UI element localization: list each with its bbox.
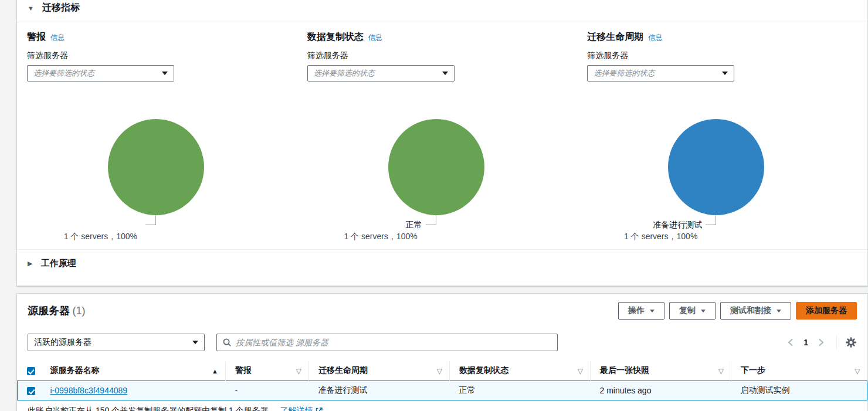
filter-servers-label: 筛选服务器: [27, 50, 307, 61]
pie-callout-line: [426, 225, 436, 225]
table-row: i-0998bf8c3f4944089 - 准备进行测试 正常 2 minute…: [18, 381, 867, 400]
sortable-icon: ▽: [296, 367, 301, 375]
source-servers-heading: 源服务器 (1): [28, 304, 85, 318]
pie-callout-line: [706, 225, 716, 225]
chevron-down-icon: [701, 310, 706, 313]
migration-metrics-section: ▼ 迁移指标 警报 信息 筛选服务器 选择要筛选的状态 1 个 servers，…: [16, 0, 868, 286]
metrics-section-toggle[interactable]: ▼ 迁移指标: [17, 0, 867, 22]
metrics-panels: 警报 信息 筛选服务器 选择要筛选的状态 1 个 servers，100%: [17, 22, 867, 249]
alerts-panel-title: 警报: [27, 31, 46, 43]
chevron-down-icon: [650, 310, 655, 313]
divider: [836, 335, 837, 350]
server-search-input[interactable]: [236, 338, 552, 347]
lifecycle-pie-slice: [668, 119, 764, 215]
replication-panel: 数据复制状态 信息 筛选服务器 选择要筛选的状态 正常 1 个 servers，…: [307, 31, 588, 249]
cell-last-snapshot: 2 minutes ago: [591, 381, 731, 400]
learn-more-link[interactable]: 了解详情: [280, 406, 323, 411]
source-servers-section: 源服务器 (1) 操作 复制 测试和割接 添加服务器 活跃的源服务器: [16, 293, 868, 411]
source-servers-table: 源服务器名称 ▲ 警报 ▽ 迁移生命周期 ▽ 数据复制状态 ▽ 最后一张快照: [17, 362, 867, 400]
actions-button[interactable]: 操作: [618, 302, 664, 320]
replication-status-filter-select[interactable]: 选择要筛选的状态: [307, 65, 455, 81]
sortable-icon: ▽: [855, 367, 860, 375]
replication-pie-slice: [388, 119, 484, 215]
chevron-down-icon: [777, 310, 781, 313]
table-settings-button[interactable]: [845, 337, 857, 348]
chevron-down-icon: [442, 72, 448, 75]
column-header-lifecycle[interactable]: 迁移生命周期 ▽: [309, 362, 450, 381]
chevron-down-icon: [192, 341, 198, 344]
gear-icon: [845, 337, 857, 348]
filter-servers-label: 筛选服务器: [587, 50, 867, 61]
how-it-works-title: 工作原理: [40, 258, 76, 269]
lifecycle-panel-title: 迁移生命周期: [587, 31, 643, 43]
alerts-info-link[interactable]: 信息: [50, 33, 65, 43]
lifecycle-panel: 迁移生命周期 信息 筛选服务器 选择要筛选的状态 准备进行测试 1 个 serv…: [587, 31, 867, 249]
chevron-down-icon: [722, 72, 728, 75]
replication-quota-text: 此账户当前正在从 150 个并发复制服务器的配额中复制 1 个服务器。: [28, 406, 277, 411]
filter-servers-label: 筛选服务器: [307, 50, 588, 61]
cell-lifecycle: 准备进行测试: [309, 381, 450, 400]
alerts-status-filter-select[interactable]: 选择要筛选的状态: [27, 65, 174, 81]
table-header-row: 源服务器名称 ▲ 警报 ▽ 迁移生命周期 ▽ 数据复制状态 ▽ 最后一张快照: [18, 362, 867, 381]
column-header-replication[interactable]: 数据复制状态 ▽: [450, 362, 591, 381]
test-and-cutover-button[interactable]: 测试和割接: [720, 302, 791, 320]
cell-replication: 正常: [450, 381, 591, 400]
server-search-box: [216, 334, 558, 351]
sortable-icon: ▽: [437, 367, 442, 375]
pie-callout-line: [716, 215, 716, 225]
alerts-pie-slice: [108, 119, 204, 215]
alerts-pie-chart: 1 个 servers，100%: [27, 119, 307, 249]
column-header-server-name[interactable]: 源服务器名称 ▲: [41, 362, 226, 381]
replication-info-link[interactable]: 信息: [368, 33, 382, 43]
page-number-current[interactable]: 1: [800, 338, 812, 347]
lifecycle-pie-chart: 准备进行测试 1 个 servers，100%: [587, 119, 867, 249]
sortable-icon: ▽: [718, 367, 724, 375]
metrics-section-title: 迁移指标: [42, 2, 80, 14]
pie-callout-line: [155, 215, 156, 225]
add-server-button[interactable]: 添加服务器: [796, 302, 857, 320]
chevron-left-icon: [788, 338, 794, 347]
cell-alerts: -: [226, 381, 309, 400]
source-servers-count: (1): [72, 305, 85, 317]
lifecycle-info-link[interactable]: 信息: [648, 33, 662, 43]
pie-slice-label: 1 个 servers，100%: [27, 220, 142, 242]
server-scope-select[interactable]: 活跃的源服务器: [28, 334, 205, 351]
next-page-button[interactable]: [814, 335, 828, 349]
how-it-works-toggle[interactable]: ▶ 工作原理: [17, 249, 867, 277]
column-header-next-step[interactable]: 下一步 ▽: [731, 362, 867, 381]
sortable-icon: ▽: [578, 367, 583, 375]
previous-page-button[interactable]: [784, 335, 798, 349]
replication-button[interactable]: 复制: [669, 302, 716, 320]
replication-panel-title: 数据复制状态: [307, 31, 364, 43]
chevron-down-icon: [162, 72, 168, 75]
collapse-triangle-icon: ▼: [28, 5, 34, 12]
column-header-alerts[interactable]: 警报 ▽: [226, 362, 309, 381]
source-servers-title: 源服务器: [28, 305, 70, 317]
replication-pie-chart: 正常 1 个 servers，100%: [307, 119, 588, 249]
lifecycle-status-filter-select[interactable]: 选择要筛选的状态: [587, 65, 734, 81]
select-all-checkbox[interactable]: [27, 367, 35, 375]
pie-callout-line: [436, 215, 436, 225]
chevron-right-icon: [818, 338, 824, 347]
server-name-link[interactable]: i-0998bf8c3f4944089: [50, 386, 128, 395]
column-header-last-snapshot[interactable]: 最后一张快照 ▽: [591, 362, 731, 381]
pie-callout-line: [145, 225, 156, 225]
search-icon: [222, 338, 232, 347]
cell-next-step: 启动测试实例: [731, 381, 867, 400]
expand-triangle-icon: ▶: [28, 260, 32, 267]
pie-slice-label: 准备进行测试 1 个 servers，100%: [587, 220, 702, 242]
external-link-icon: [316, 407, 323, 411]
sort-ascending-icon: ▲: [212, 368, 218, 375]
row-checkbox[interactable]: [27, 387, 35, 395]
pie-slice-label: 正常 1 个 servers，100%: [307, 220, 422, 242]
alerts-panel: 警报 信息 筛选服务器 选择要筛选的状态 1 个 servers，100%: [27, 31, 307, 249]
